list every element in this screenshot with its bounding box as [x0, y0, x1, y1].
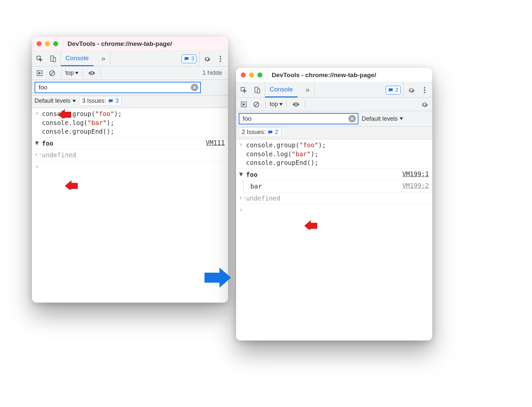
zoom-dot[interactable]	[53, 41, 58, 46]
issues-count: 2	[275, 129, 278, 136]
kebab-icon[interactable]	[215, 54, 225, 64]
close-dot[interactable]	[37, 41, 42, 46]
console-return-row: ‹· undefined	[32, 149, 228, 161]
tab-console[interactable]: Console	[265, 82, 298, 97]
code-content: console.group("foo"); console.log("bar")…	[246, 141, 429, 167]
window-controls	[37, 41, 58, 46]
chat-icon	[184, 56, 189, 62]
live-expression-icon[interactable]	[87, 68, 97, 78]
group-name: foo	[42, 139, 203, 148]
issues-button[interactable]: 2 Issues: 2	[239, 127, 281, 137]
levels-label: Default levels	[362, 115, 398, 122]
messages-badge[interactable]: 2	[386, 86, 401, 94]
tab-console[interactable]: Console	[61, 51, 93, 66]
console-output: › console.group("foo"); console.log("bar…	[236, 139, 432, 340]
svg-point-9	[91, 72, 92, 74]
levels-selector[interactable]: Default levels	[362, 115, 403, 122]
gear-icon[interactable]	[406, 85, 416, 95]
badge-count: 3	[191, 56, 194, 62]
chevron-down-icon	[400, 117, 403, 120]
return-icon: ‹·	[35, 151, 39, 158]
clear-filter-icon[interactable]	[191, 84, 198, 91]
svg-point-17	[424, 91, 425, 93]
console-input-echo: › console.group("foo"); console.log("bar…	[236, 139, 432, 169]
inspect-icon[interactable]	[35, 54, 45, 64]
more-tabs-icon[interactable]: »	[301, 86, 314, 94]
filter-input[interactable]	[38, 83, 188, 91]
gear-icon[interactable]	[202, 54, 212, 64]
context-selector[interactable]: top	[66, 69, 78, 76]
kebab-icon[interactable]	[420, 85, 430, 95]
chevron-down-icon	[279, 103, 283, 106]
undefined-text: undefined	[246, 194, 429, 203]
console-log-row: bar VM199:2	[243, 181, 432, 193]
context-selector[interactable]: top	[270, 101, 283, 108]
console-input-echo: › console.group("foo"); console.log("bar…	[32, 108, 228, 138]
devtools-window-right: DevTools - chrome://new-tab-page/ Consol…	[236, 68, 432, 340]
filter-row: Default levels	[236, 111, 432, 127]
execution-play-icon[interactable]	[35, 68, 45, 78]
close-dot[interactable]	[241, 72, 246, 77]
filter-row-2: 2 Issues: 2	[236, 127, 432, 139]
context-label: top	[66, 69, 74, 76]
console-prompt[interactable]: ›	[236, 204, 432, 214]
levels-selector[interactable]: Default levels	[35, 97, 76, 104]
hidden-count: 1 hidde	[202, 69, 225, 76]
tab-label: Console	[270, 86, 293, 93]
minimize-dot[interactable]	[45, 41, 50, 46]
main-toolbar: Console » 2	[236, 82, 432, 98]
prompt-caret-icon: ›	[35, 163, 39, 170]
console-group-row[interactable]: ▼ foo VM199:1	[236, 169, 432, 181]
device-icon[interactable]	[48, 54, 58, 64]
titlebar[interactable]: DevTools - chrome://new-tab-page/	[32, 37, 228, 51]
filter-input-wrap	[35, 82, 201, 93]
badge-count: 2	[395, 87, 398, 93]
undefined-text: undefined	[42, 151, 225, 160]
console-subbar: top 1 hidde	[32, 67, 228, 80]
return-icon: ‹·	[239, 194, 243, 201]
svg-rect-14	[257, 89, 260, 93]
more-tabs-icon[interactable]: »	[97, 55, 110, 63]
inspect-icon[interactable]	[239, 85, 249, 95]
console-group-row[interactable]: ▼ foo VM111	[32, 138, 228, 150]
tab-label: Console	[66, 55, 89, 62]
issues-button[interactable]: 3 Issues: 3	[79, 96, 122, 106]
source-link[interactable]: VM111	[206, 139, 225, 146]
messages-badge[interactable]: 3	[182, 55, 197, 63]
chat-icon	[108, 98, 113, 104]
context-label: top	[270, 101, 278, 108]
chat-icon	[268, 130, 273, 135]
filter-row	[32, 80, 228, 95]
device-icon[interactable]	[252, 85, 262, 95]
chevron-down-icon	[72, 100, 76, 102]
svg-rect-2	[53, 58, 56, 62]
minimize-dot[interactable]	[249, 72, 254, 77]
caret-icon: ›	[35, 109, 39, 117]
disclosure-triangle-icon[interactable]: ▼	[35, 139, 39, 146]
source-link[interactable]: VM199:2	[402, 182, 429, 189]
issues-label: 2 Issues:	[242, 129, 266, 136]
issues-count: 3	[115, 97, 119, 104]
zoom-dot[interactable]	[257, 72, 262, 77]
filter-input[interactable]	[242, 115, 346, 123]
live-expression-icon[interactable]	[291, 99, 301, 109]
svg-line-20	[255, 103, 258, 106]
chat-icon	[388, 87, 393, 93]
levels-label: Default levels	[35, 97, 70, 104]
group-name: foo	[246, 170, 400, 179]
source-link[interactable]: VM199:1	[402, 170, 429, 178]
execution-play-icon[interactable]	[239, 99, 249, 109]
console-output: › console.group("foo"); console.log("bar…	[32, 108, 228, 303]
window-title: DevTools - chrome://new-tab-page/	[272, 71, 376, 79]
svg-point-15	[424, 87, 425, 88]
sidebar-gear-icon[interactable]	[420, 99, 430, 109]
disclosure-triangle-icon[interactable]: ▼	[239, 170, 243, 178]
filter-row-2: Default levels 3 Issues: 3	[32, 95, 228, 108]
clear-filter-icon[interactable]	[348, 115, 356, 122]
clear-console-icon[interactable]	[47, 68, 57, 78]
titlebar[interactable]: DevTools - chrome://new-tab-page/	[236, 68, 432, 82]
clear-console-icon[interactable]	[251, 99, 261, 109]
console-return-row: ‹· undefined	[236, 193, 432, 204]
console-prompt[interactable]: ›	[32, 161, 228, 171]
window-title: DevTools - chrome://new-tab-page/	[67, 40, 172, 48]
